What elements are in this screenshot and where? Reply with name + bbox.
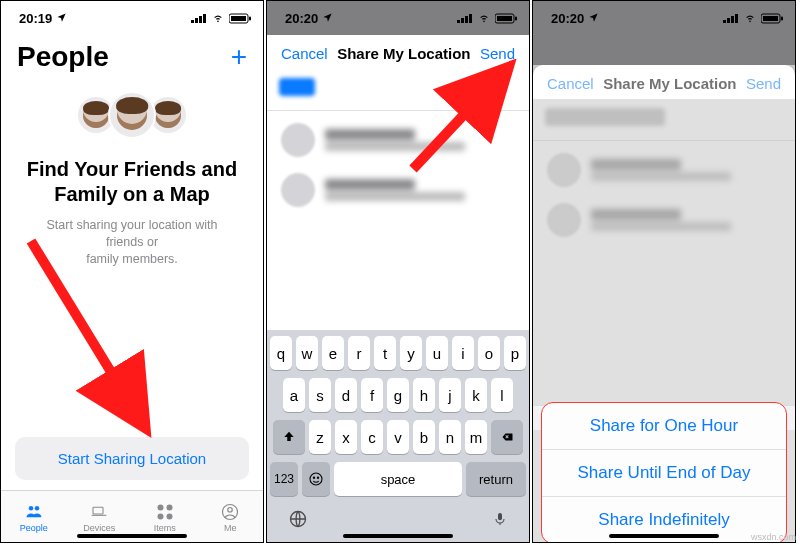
key-p[interactable]: p <box>504 336 526 370</box>
hero-title: Find Your Friends and Family on a Map <box>25 157 239 207</box>
status-time: 20:20 <box>285 11 318 26</box>
key-i[interactable]: i <box>452 336 474 370</box>
svg-point-11 <box>157 504 163 510</box>
key-o[interactable]: o <box>478 336 500 370</box>
contact-avatar <box>281 173 315 207</box>
key-d[interactable]: d <box>335 378 357 412</box>
status-time: 20:19 <box>19 11 52 26</box>
key-k[interactable]: k <box>465 378 487 412</box>
tab-devices[interactable]: Devices <box>67 501 133 533</box>
key-l[interactable]: l <box>491 378 513 412</box>
battery-icon <box>495 13 517 24</box>
share-one-hour-option[interactable]: Share for One Hour <box>542 403 786 449</box>
wifi-icon <box>477 13 491 23</box>
svg-rect-29 <box>498 513 502 520</box>
key-y[interactable]: y <box>400 336 422 370</box>
tab-people[interactable]: People <box>1 501 67 533</box>
globe-icon[interactable] <box>288 509 308 533</box>
shift-key[interactable] <box>273 420 305 454</box>
svg-rect-33 <box>735 14 738 23</box>
key-r[interactable]: r <box>348 336 370 370</box>
wifi-icon <box>211 13 225 23</box>
space-key[interactable]: space <box>334 462 462 496</box>
return-key[interactable]: return <box>466 462 526 496</box>
location-services-icon <box>56 11 67 26</box>
key-c[interactable]: c <box>361 420 383 454</box>
svg-point-26 <box>313 477 314 478</box>
key-t[interactable]: t <box>374 336 396 370</box>
nav-bar: Cancel Share My Location Send <box>533 65 795 102</box>
recipient-field[interactable] <box>267 72 529 106</box>
phone-share-duration-sheet: 20:20 Cancel Share My Location Send <box>532 0 796 543</box>
status-bar: 20:20 <box>267 1 529 31</box>
tab-label: Me <box>198 523 264 533</box>
nav-title: Share My Location <box>337 45 470 62</box>
svg-point-14 <box>166 513 172 519</box>
contact-avatar <box>281 123 315 157</box>
cellular-signal-icon <box>723 13 739 23</box>
tab-label: Items <box>132 523 198 533</box>
keyboard-row-2: a s d f g h j k l <box>270 378 526 412</box>
emoji-key[interactable] <box>302 462 330 496</box>
key-s[interactable]: s <box>309 378 331 412</box>
duration-action-sheet: Share for One Hour Share Until End of Da… <box>541 402 787 543</box>
svg-rect-18 <box>461 18 464 23</box>
key-g[interactable]: g <box>387 378 409 412</box>
home-indicator <box>609 534 719 538</box>
svg-point-25 <box>310 473 322 485</box>
numbers-key[interactable]: 123 <box>270 462 298 496</box>
tab-items[interactable]: Items <box>132 501 198 533</box>
status-bar: 20:19 <box>1 1 263 31</box>
home-indicator <box>343 534 453 538</box>
items-icon <box>132 501 198 523</box>
svg-point-8 <box>29 506 34 511</box>
status-time: 20:20 <box>551 11 584 26</box>
tab-me[interactable]: Me <box>198 501 264 533</box>
send-button[interactable]: Send <box>746 75 781 92</box>
svg-rect-19 <box>465 16 468 23</box>
keyboard[interactable]: q w e r t y u i o p a s d f g h j k l z <box>267 330 529 542</box>
svg-rect-31 <box>727 18 730 23</box>
battery-icon <box>229 13 251 24</box>
recipient-token[interactable] <box>279 78 315 96</box>
dictation-icon[interactable] <box>492 509 508 533</box>
contact-suggestion-row[interactable] <box>267 165 529 215</box>
svg-point-13 <box>157 513 163 519</box>
key-m[interactable]: m <box>465 420 487 454</box>
svg-rect-23 <box>515 16 517 20</box>
key-z[interactable]: z <box>309 420 331 454</box>
key-f[interactable]: f <box>361 378 383 412</box>
keyboard-row-4: 123 space return <box>270 462 526 496</box>
nav-title: Share My Location <box>603 75 736 92</box>
key-n[interactable]: n <box>439 420 461 454</box>
cancel-button[interactable]: Cancel <box>547 75 594 92</box>
key-j[interactable]: j <box>439 378 461 412</box>
nav-bar: Cancel Share My Location Send <box>267 35 529 72</box>
key-q[interactable]: q <box>270 336 292 370</box>
key-a[interactable]: a <box>283 378 305 412</box>
key-b[interactable]: b <box>413 420 435 454</box>
cancel-button[interactable]: Cancel <box>281 45 328 62</box>
key-u[interactable]: u <box>426 336 448 370</box>
share-end-of-day-option[interactable]: Share Until End of Day <box>542 449 786 496</box>
key-e[interactable]: e <box>322 336 344 370</box>
key-v[interactable]: v <box>387 420 409 454</box>
svg-point-9 <box>35 506 40 511</box>
svg-point-12 <box>166 504 172 510</box>
svg-rect-35 <box>763 16 778 21</box>
home-indicator <box>77 534 187 538</box>
keyboard-row-3: z x c v b n m <box>270 420 526 454</box>
key-h[interactable]: h <box>413 378 435 412</box>
add-person-button[interactable]: + <box>231 43 247 71</box>
backspace-key[interactable] <box>491 420 523 454</box>
svg-rect-10 <box>93 507 103 514</box>
battery-icon <box>761 13 783 24</box>
key-x[interactable]: x <box>335 420 357 454</box>
send-button[interactable]: Send <box>480 45 515 62</box>
contact-suggestion-row[interactable] <box>267 115 529 165</box>
key-w[interactable]: w <box>296 336 318 370</box>
start-sharing-location-button[interactable]: Start Sharing Location <box>15 437 249 480</box>
me-icon <box>198 501 264 523</box>
hero-subtitle: Start sharing your location with friends… <box>1 213 263 272</box>
tab-label: People <box>1 523 67 533</box>
